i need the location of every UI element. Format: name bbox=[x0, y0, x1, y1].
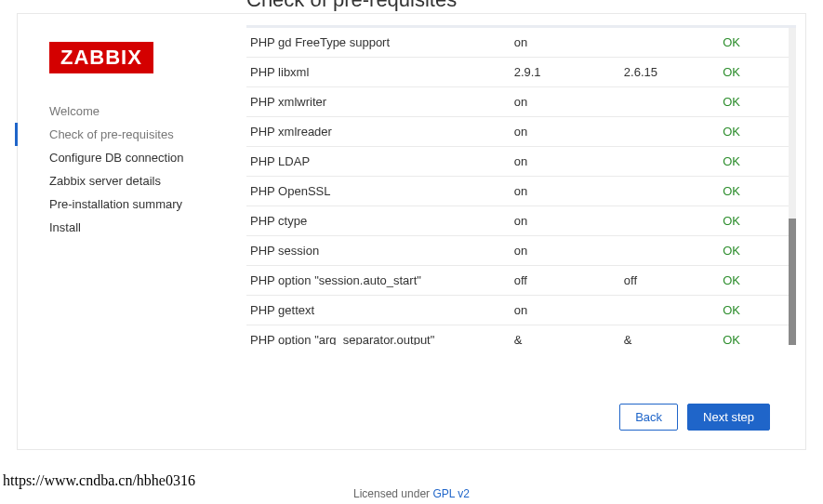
req-status: OK bbox=[719, 266, 796, 296]
next-button[interactable]: Next step bbox=[687, 404, 770, 431]
req-required bbox=[620, 177, 719, 206]
table-row: PHP LDAPonOK bbox=[246, 147, 796, 177]
step-list: Welcome Check of pre-requisites Configur… bbox=[49, 99, 226, 239]
req-required bbox=[620, 206, 719, 236]
req-current: 2.9.1 bbox=[511, 58, 620, 87]
req-current: on bbox=[511, 236, 620, 266]
req-name: PHP xmlwriter bbox=[246, 87, 511, 117]
req-name: PHP OpenSSL bbox=[246, 177, 511, 206]
req-required bbox=[620, 147, 719, 177]
req-required: off bbox=[620, 266, 719, 296]
req-required bbox=[620, 28, 719, 58]
license-prefix: Licensed under bbox=[353, 487, 432, 500]
scrollbar-thumb[interactable] bbox=[789, 219, 796, 345]
page-title: Check of pre-requisites bbox=[246, 0, 796, 12]
req-status: OK bbox=[719, 117, 796, 147]
req-name: PHP option "session.auto_start" bbox=[246, 266, 511, 296]
req-status: OK bbox=[719, 58, 796, 87]
req-status: OK bbox=[719, 87, 796, 117]
license-link[interactable]: GPL v2 bbox=[432, 487, 470, 500]
req-required bbox=[620, 296, 719, 325]
req-status: OK bbox=[719, 28, 796, 58]
req-name: PHP libxml bbox=[246, 58, 511, 87]
scrollbar[interactable] bbox=[789, 28, 796, 345]
req-status: OK bbox=[719, 177, 796, 206]
req-name: PHP gd FreeType support bbox=[246, 28, 511, 58]
req-current: on bbox=[511, 117, 620, 147]
req-required bbox=[620, 117, 719, 147]
requirements-scroll: PHP gd FreeType supportonOKPHP libxml2.9… bbox=[246, 25, 796, 345]
installer-card: ZABBIX Welcome Check of pre-requisites C… bbox=[17, 13, 806, 450]
table-row: PHP gettextonOK bbox=[246, 296, 796, 325]
req-status: OK bbox=[719, 236, 796, 266]
req-name: PHP LDAP bbox=[246, 147, 511, 177]
req-required: 2.6.15 bbox=[620, 58, 719, 87]
main-panel: Check of pre-requisites PHP gd FreeType … bbox=[246, 0, 796, 345]
sidebar-item-server[interactable]: Zabbix server details bbox=[15, 169, 226, 192]
req-status: OK bbox=[719, 296, 796, 325]
req-current: on bbox=[511, 206, 620, 236]
sidebar-item-welcome[interactable]: Welcome bbox=[15, 99, 226, 123]
requirements-table: PHP gd FreeType supportonOKPHP libxml2.9… bbox=[246, 28, 796, 345]
req-name: PHP xmlreader bbox=[246, 117, 511, 147]
req-status: OK bbox=[719, 147, 796, 177]
req-name: PHP option "arg_separator.output" bbox=[246, 325, 511, 346]
table-row: PHP option "arg_separator.output"&&OK bbox=[246, 325, 796, 346]
req-current: on bbox=[511, 296, 620, 325]
table-row: PHP ctypeonOK bbox=[246, 206, 796, 236]
footer-license: Licensed under GPL v2 bbox=[0, 487, 823, 500]
req-status: OK bbox=[719, 325, 796, 346]
req-current: off bbox=[511, 266, 620, 296]
back-button[interactable]: Back bbox=[619, 404, 678, 431]
req-current: on bbox=[511, 147, 620, 177]
req-current: on bbox=[511, 177, 620, 206]
table-row: PHP libxml2.9.12.6.15OK bbox=[246, 58, 796, 87]
sidebar-item-prereq[interactable]: Check of pre-requisites bbox=[15, 123, 226, 146]
sidebar-item-db[interactable]: Configure DB connection bbox=[15, 146, 226, 169]
req-status: OK bbox=[719, 206, 796, 236]
req-required: & bbox=[620, 325, 719, 346]
req-name: PHP gettext bbox=[246, 296, 511, 325]
logo: ZABBIX bbox=[49, 42, 153, 73]
table-row: PHP OpenSSLonOK bbox=[246, 177, 796, 206]
sidebar-item-install[interactable]: Install bbox=[15, 216, 226, 239]
table-row: PHP sessiononOK bbox=[246, 236, 796, 266]
req-current: & bbox=[511, 325, 620, 346]
req-current: on bbox=[511, 28, 620, 58]
req-name: PHP session bbox=[246, 236, 511, 266]
req-current: on bbox=[511, 87, 620, 117]
table-row: PHP gd FreeType supportonOK bbox=[246, 28, 796, 58]
table-row: PHP xmlwriteronOK bbox=[246, 87, 796, 117]
layout: ZABBIX Welcome Check of pre-requisites C… bbox=[49, 42, 796, 345]
sidebar-item-summary[interactable]: Pre-installation summary bbox=[15, 192, 226, 216]
sidebar: ZABBIX Welcome Check of pre-requisites C… bbox=[49, 42, 226, 239]
req-required bbox=[620, 236, 719, 266]
req-name: PHP ctype bbox=[246, 206, 511, 236]
req-required bbox=[620, 87, 719, 117]
table-row: PHP xmlreaderonOK bbox=[246, 117, 796, 147]
table-row: PHP option "session.auto_start"offoffOK bbox=[246, 266, 796, 296]
button-bar: Back Next step bbox=[619, 404, 770, 431]
